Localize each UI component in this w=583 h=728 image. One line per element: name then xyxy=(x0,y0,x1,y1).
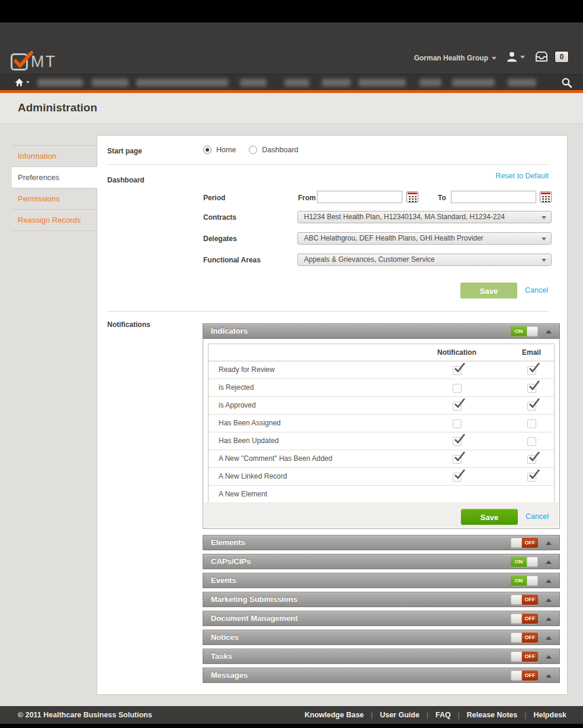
nav-item-redacted[interactable] xyxy=(322,79,351,86)
home-nav-button[interactable] xyxy=(14,78,30,87)
email-checkbox[interactable] xyxy=(527,455,536,464)
sidebar-item-preferences[interactable]: Preferences xyxy=(12,167,97,188)
footer-link-faq[interactable]: FAQ xyxy=(435,711,451,719)
collapse-arrow-icon[interactable] xyxy=(546,560,552,564)
sidebar-item-information[interactable]: Information xyxy=(12,146,97,167)
indicators-cancel-link[interactable]: Cancel xyxy=(526,512,549,521)
nav-item-redacted[interactable] xyxy=(419,79,441,86)
notification-checkbox[interactable] xyxy=(453,437,462,446)
notification-checkbox[interactable] xyxy=(453,366,462,375)
on-off-toggle[interactable]: OFF xyxy=(511,595,538,605)
notification-checkbox[interactable] xyxy=(453,384,462,393)
collapse-arrow-icon[interactable] xyxy=(546,655,552,659)
toggle-knob-icon xyxy=(511,595,522,605)
sidebar-item-reassign-records[interactable]: Reassign Records xyxy=(12,210,97,231)
nav-item-redacted[interactable] xyxy=(92,79,129,86)
calendar-icon[interactable] xyxy=(540,191,552,203)
on-off-toggle[interactable]: OFF xyxy=(511,671,538,681)
collapse-arrow-icon[interactable] xyxy=(546,541,552,545)
notification-checkbox[interactable] xyxy=(453,455,462,464)
dashboard-cancel-link[interactable]: Cancel xyxy=(525,286,548,294)
nav-item-redacted[interactable] xyxy=(240,79,267,86)
footer-link-release-notes[interactable]: Release Notes xyxy=(467,711,517,719)
email-checkbox[interactable] xyxy=(527,437,536,446)
toggle-state-label: OFF xyxy=(522,595,538,605)
panel-title: Messages xyxy=(211,668,248,682)
collapse-arrow-icon[interactable] xyxy=(546,598,552,602)
collapse-arrow-icon[interactable] xyxy=(546,617,552,621)
on-off-toggle[interactable]: ON xyxy=(511,326,538,336)
footer-link-helpdesk[interactable]: Helpdesk xyxy=(533,711,566,719)
nav-item-redacted[interactable] xyxy=(136,79,228,86)
email-checkbox[interactable] xyxy=(527,473,536,482)
email-checkbox[interactable] xyxy=(527,384,536,393)
radio-icon[interactable] xyxy=(203,146,212,154)
chevron-down-icon xyxy=(542,238,546,240)
panel-tasks-header[interactable]: TasksOFF xyxy=(203,649,560,664)
dropdown-contracts[interactable]: H1234 Best Health Plan, H12340134, MA St… xyxy=(297,211,552,223)
reset-to-default-link[interactable]: Reset to Default xyxy=(489,172,549,180)
email-checkbox[interactable] xyxy=(527,402,536,410)
nav-item-redacted[interactable] xyxy=(37,79,83,86)
footer-link-knowledge-base[interactable]: Knowledge Base xyxy=(305,711,364,719)
app-logo[interactable]: MT xyxy=(11,53,56,70)
panel-events-header[interactable]: EventsON xyxy=(203,573,560,588)
collapse-arrow-icon[interactable] xyxy=(546,636,552,640)
notification-checkbox[interactable] xyxy=(453,402,462,410)
page-title-bar: Administration xyxy=(0,93,583,124)
filter-row-contracts: ContractsH1234 Best Health Plan, H123401… xyxy=(203,211,552,224)
column-header-email: Email xyxy=(499,348,564,357)
email-checkbox[interactable] xyxy=(527,366,536,375)
collapse-arrow-icon[interactable] xyxy=(546,330,552,333)
notification-checkbox[interactable] xyxy=(453,419,462,428)
email-checkbox[interactable] xyxy=(527,419,536,428)
footer-link-user-guide[interactable]: User Guide xyxy=(380,711,419,719)
search-icon xyxy=(561,77,572,88)
on-off-toggle[interactable]: OFF xyxy=(511,538,538,548)
on-off-toggle[interactable]: OFF xyxy=(511,652,538,662)
nav-item-redacted[interactable] xyxy=(508,79,536,86)
inbox-tray-button[interactable] xyxy=(533,50,550,66)
panel-caps-cips-header[interactable]: CAPs/CIPsON xyxy=(203,554,560,569)
sidebar-item-permissions[interactable]: Permissions xyxy=(12,188,97,210)
period-to-input[interactable] xyxy=(451,191,536,203)
radio-icon[interactable] xyxy=(249,146,257,154)
footer-link-separator: | xyxy=(524,711,526,719)
user-menu[interactable] xyxy=(506,51,525,63)
panel-title: Events xyxy=(211,573,236,588)
column-header-notification: Notification xyxy=(424,348,489,357)
panel-notices-header[interactable]: NoticesOFF xyxy=(203,630,560,645)
toggle-knob-icon xyxy=(511,538,522,548)
notification-count-badge[interactable]: 0 xyxy=(555,51,569,63)
indicators-save-button[interactable]: Save xyxy=(461,509,518,525)
toggle-knob-icon xyxy=(527,326,538,336)
notification-checkbox[interactable] xyxy=(453,473,462,482)
row-label: Has Been Updated xyxy=(219,432,278,450)
notification-row-is-approved: is Approved xyxy=(209,396,554,414)
panel-marketing-submissions-header[interactable]: Marketing SubmissionsOFF xyxy=(203,592,560,607)
on-off-toggle[interactable]: ON xyxy=(511,557,538,567)
panel-document-management-header[interactable]: Document ManagementOFF xyxy=(203,611,560,626)
chevron-down-icon xyxy=(26,81,30,84)
nav-item-redacted[interactable] xyxy=(284,79,309,86)
panel-indicators-header[interactable]: Indicators ON xyxy=(203,323,560,339)
account-menu[interactable]: Gorman Health Group xyxy=(414,54,496,62)
collapse-arrow-icon[interactable] xyxy=(546,674,552,678)
dropdown-functional-areas[interactable]: Appeals & Grievances, Customer Service xyxy=(297,254,552,266)
panel-elements-header[interactable]: ElementsOFF xyxy=(203,535,560,550)
start-page-option-home[interactable]: Home xyxy=(203,146,236,154)
period-from-input[interactable] xyxy=(317,191,402,203)
on-off-toggle[interactable]: OFF xyxy=(511,633,538,643)
toggle-state-label: OFF xyxy=(522,614,538,624)
dashboard-save-button[interactable]: Save xyxy=(460,283,517,299)
panel-messages-header[interactable]: MessagesOFF xyxy=(203,668,560,683)
calendar-icon[interactable] xyxy=(406,191,418,203)
start-page-option-dashboard[interactable]: Dashboard xyxy=(249,146,298,154)
on-off-toggle[interactable]: OFF xyxy=(511,614,538,624)
nav-item-redacted[interactable] xyxy=(358,79,406,86)
search-button[interactable] xyxy=(561,77,572,91)
nav-item-redacted[interactable] xyxy=(452,79,495,86)
dropdown-delegates[interactable]: ABC Helathgrou, DEF Health Plans, GHI He… xyxy=(297,232,552,245)
on-off-toggle[interactable]: ON xyxy=(511,576,538,586)
collapse-arrow-icon[interactable] xyxy=(546,579,552,583)
